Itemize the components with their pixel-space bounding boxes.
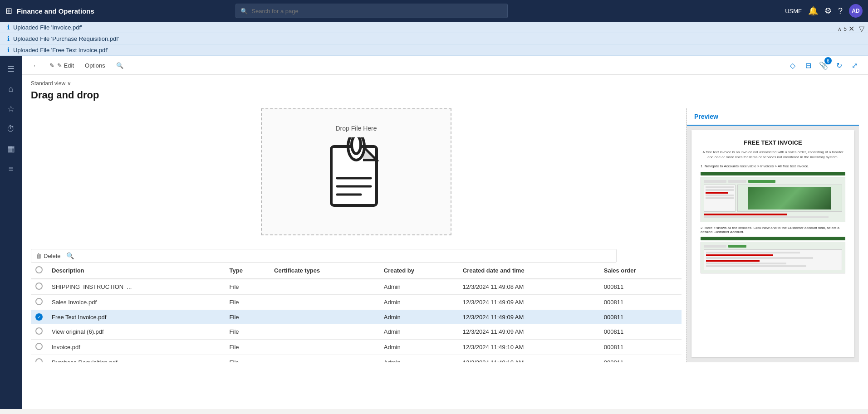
column-settings-button[interactable]: ⊟ [802,59,814,72]
chevron-down-icon: ∨ [67,80,71,87]
table-row[interactable]: Invoice.pdfFileAdmin12/3/2024 11:49:10 A… [31,340,682,355]
options-button[interactable]: Options [81,60,109,71]
svg-point-5 [352,137,361,154]
sidebar-menu-icon[interactable]: ☰ [2,60,20,78]
col-created-by: Created by [379,263,458,279]
notif-count: 5 [843,26,847,32]
help-icon[interactable]: ? [838,6,843,16]
top-nav: ⊞ Finance and Operations 🔍 USMF 🔔 ⚙ ? AD [0,0,868,22]
cell-sales_order: 000811 [599,340,682,355]
search-bar[interactable]: 🔍 [235,4,508,18]
notification-area: ℹ Uploaded File 'Invoice.pdf' ℹ Uploaded… [0,22,868,56]
col-description: Description [47,263,225,279]
notification-icon[interactable]: 🔔 [808,6,818,16]
col-created-date: Created date and time [458,263,599,279]
trash-icon: 🗑 [36,253,42,259]
notification-text-2: Uploaded File 'Purchase Requisition.pdf' [13,35,119,42]
drop-preview-container: Drop File Here [31,108,859,362]
cell-description: Free Text Invoice.pdf [47,310,225,324]
info-icon-3: ℹ [7,46,10,54]
notif-controls: ∧ 5 ✕ [838,24,854,33]
table-row[interactable]: ✓Free Text Invoice.pdfFileAdmin12/3/2024… [31,310,682,324]
cell-created_date: 12/3/2024 11:49:08 AM [458,279,599,295]
cell-created_date: 12/3/2024 11:49:09 AM [458,295,599,310]
row-checkbox-empty[interactable] [35,343,43,350]
filter-icon[interactable]: ▽ [859,24,864,33]
cell-type: File [225,324,270,340]
cell-created_date: 12/3/2024 11:49:09 AM [458,324,599,340]
nav-right: USMF 🔔 ⚙ ? AD [785,4,863,18]
table-row[interactable]: Sales Invoice.pdfFileAdmin12/3/2024 11:4… [31,295,682,310]
toolbar-right: ◇ ⊟ 📎 6 ↻ ⤢ [786,59,861,72]
attachments-button[interactable]: 📎 6 [817,59,830,72]
avatar[interactable]: AD [849,4,863,18]
select-all-checkbox[interactable] [35,266,43,273]
drop-zone-container: Drop File Here [31,108,682,235]
cell-type: File [225,295,270,310]
row-checkbox-empty[interactable] [35,327,43,335]
cell-certificate_types [270,279,379,295]
cell-description: Purchase Requisition.pdf [47,355,225,363]
cell-type: File [225,310,270,324]
notif-up-icon[interactable]: ∧ [838,26,842,32]
table-row[interactable]: SHIPPING_INSTRUCTION_...FileAdmin12/3/20… [31,279,682,295]
preview-header: Preview [687,108,859,126]
drop-text: Drop File Here [335,125,377,132]
cell-sales_order: 000811 [599,355,682,363]
cell-description: View original (6).pdf [47,324,225,340]
sidebar-home-icon[interactable]: ⌂ [2,80,20,98]
row-checkbox-empty[interactable] [35,298,43,305]
open-new-button[interactable]: ⤢ [848,59,861,72]
delete-button[interactable]: 🗑 Delete [36,253,61,259]
edit-icon: ✎ [49,62,54,69]
cell-certificate_types [270,310,379,324]
cell-sales_order: 000811 [599,324,682,340]
cell-description: Invoice.pdf [47,340,225,355]
page-title: Drag and drop [31,89,859,101]
cell-sales_order: 000811 [599,310,682,324]
drop-zone[interactable]: Drop File Here [261,108,451,235]
notification-text-3: Uploaded File 'Free Text Invoice.pdf' [13,47,108,54]
table-row[interactable]: View original (6).pdfFileAdmin12/3/2024 … [31,324,682,340]
cell-created_by: Admin [379,355,458,363]
edit-button[interactable]: ✎ ✎ Edit [46,60,78,71]
list-toolbar: 🗑 Delete 🔍 [31,249,617,263]
grid-icon[interactable]: ⊞ [5,6,12,16]
list-search-icon[interactable]: 🔍 [66,252,74,259]
cell-certificate_types [270,340,379,355]
row-checkbox-checked[interactable]: ✓ [35,313,43,321]
row-checkbox-empty[interactable] [35,282,43,290]
back-icon: ← [33,62,39,69]
sidebar-modules-icon[interactable]: ≡ [2,160,20,178]
edit-label: ✎ Edit [57,62,74,69]
cell-created_by: Admin [379,295,458,310]
refresh-button[interactable]: ↻ [833,59,845,72]
search-toolbar-button[interactable]: 🔍 [113,60,127,71]
drop-zone-icon [320,137,392,219]
sidebar-recent-icon[interactable]: ⏱ [2,120,20,138]
personalize-button[interactable]: ◇ [786,59,799,72]
left-panel: Drop File Here [31,108,687,362]
search-input[interactable] [251,8,503,15]
sidebar-favorites-icon[interactable]: ☆ [2,100,20,118]
settings-icon[interactable]: ⚙ [824,6,832,16]
attachments-badge: 6 [824,57,832,64]
col-certificate: Certificate types [270,263,379,279]
table-row[interactable]: Purchase Requisition.pdfFileAdmin12/3/20… [31,355,682,363]
cell-type: File [225,355,270,363]
sidebar-workspaces-icon[interactable]: ▦ [2,140,20,158]
cell-created_by: Admin [379,279,458,295]
preview-doc: FREE TEXT INVOICE A free text invoice is… [691,130,854,357]
info-icon-2: ℹ [7,35,10,42]
row-checkbox-empty[interactable] [35,358,43,362]
view-selector[interactable]: Standard view ∨ [31,80,859,87]
cell-created_by: Admin [379,340,458,355]
notif-close-btn[interactable]: ✕ [848,24,854,33]
notification-text-1: Uploaded File 'Invoice.pdf' [13,24,82,31]
options-label: Options [85,62,105,69]
col-checkbox [31,263,47,279]
cell-created_by: Admin [379,324,458,340]
app-title: Finance and Operations [17,7,94,15]
files-table: Description Type Certificate types Creat… [31,263,682,362]
back-button[interactable]: ← [29,60,42,71]
